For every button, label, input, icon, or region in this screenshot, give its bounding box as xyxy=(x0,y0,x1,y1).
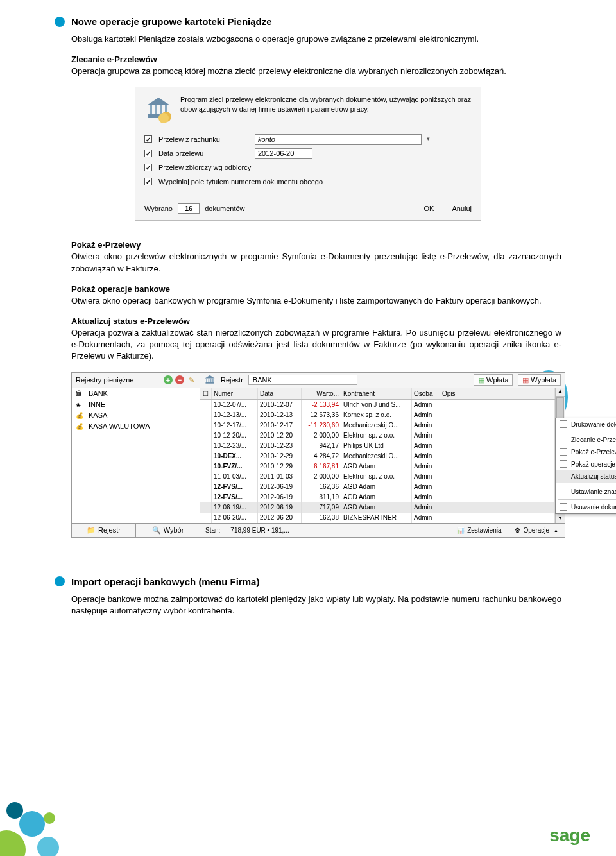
dialog-row-collective: ✓ Przelew zbiorczy wg odbiorcy xyxy=(144,160,472,175)
register-item[interactable]: 💰KASA xyxy=(72,410,200,421)
dialog-description: Program zleci przelewy elektroniczne dla… xyxy=(180,95,472,123)
table-row[interactable]: 10-FVZ/...2010-12-29-6 167,81AGD AdamAdm… xyxy=(200,461,555,472)
section-1-title: Nowe operacje grupowe kartoteki Pieniądz… xyxy=(71,16,272,27)
registers-sidebar: Rejestry pieniężne + − ✎ 🏛BANK◈INNE💰KASA… xyxy=(72,373,200,537)
account-select[interactable]: konto xyxy=(255,134,422,145)
dialog-footer: Wybrano 16 dokumentów OK Anuluj xyxy=(144,198,472,214)
table-row[interactable]: 10-12-07/...2010-12-07-2 133,94Ulrich vo… xyxy=(200,400,555,410)
add-icon[interactable]: + xyxy=(164,375,173,384)
svg-rect-9 xyxy=(206,379,207,382)
svg-rect-11 xyxy=(210,379,212,382)
section-2-header: Import operacji bankowych (menu Firma) xyxy=(55,576,561,587)
register-item[interactable]: ◈INNE xyxy=(72,399,200,410)
table-row[interactable]: 10-12-17/...2010-12-17-11 230,60Mechanic… xyxy=(200,420,555,431)
decorative-circles xyxy=(0,792,96,856)
remove-icon[interactable]: − xyxy=(175,375,184,384)
checkbox-icon[interactable]: ✓ xyxy=(144,164,152,171)
table-header: ☐ Numer Data Warto... Kontrahent Osoba O… xyxy=(200,388,555,400)
col-osoba[interactable]: Osoba xyxy=(412,388,440,399)
cash-registers-window: Rejestry pieniężne + − ✎ 🏛BANK◈INNE💰KASA… xyxy=(71,372,565,538)
col-numer[interactable]: Numer xyxy=(212,388,258,399)
dialog-label-fill-title: Wypełniaj pole tytułem numerem dokumentu… xyxy=(158,178,323,185)
register-tab-button[interactable]: 📁Rejestr xyxy=(72,524,136,537)
dialog-label-collective: Przelew zbiorczy wg odbiorcy xyxy=(158,164,251,171)
e-przelewy-dialog: Program zleci przelewy elektroniczne dla… xyxy=(135,87,481,221)
ctx-zlecanie[interactable]: Zlecanie e-Przelewów... xyxy=(556,434,616,446)
reports-button[interactable]: 📊Zestawienia xyxy=(450,524,508,537)
sub-3-text: Otwiera okno operacji bankowych w progra… xyxy=(71,295,561,307)
sub-1-text: Operacja grupowa za pomocą której można … xyxy=(71,65,561,77)
svg-rect-3 xyxy=(160,105,162,114)
sub-3-title: Pokaż operacje bankowe xyxy=(71,284,561,294)
dialog-label-account: Przelew z rachunku xyxy=(158,135,255,143)
ctx-aktualizuj[interactable]: Aktualizuj status e-Przelewów... xyxy=(556,470,616,483)
registers-title: Rejestry pieniężne xyxy=(76,376,161,384)
section-1-intro: Obsługa kartoteki Pieniądze została wzbo… xyxy=(71,33,561,45)
operations-button[interactable]: ⚙Operacje▲ xyxy=(508,524,565,537)
bullet-icon xyxy=(55,17,65,27)
deposit-button[interactable]: ▦Wpłata xyxy=(474,374,513,386)
checkbox-icon[interactable]: ✓ xyxy=(144,135,152,143)
svg-point-7 xyxy=(158,113,169,123)
table-row[interactable]: 12-FVS/...2012-06-19311,19AGD AdamAdmin xyxy=(200,492,555,502)
register-value[interactable]: BANK xyxy=(248,375,357,385)
col-select[interactable]: ☐ xyxy=(200,388,212,399)
table-row[interactable]: 10-12-23/...2010-12-23942,17Philips UK L… xyxy=(200,441,555,451)
checkbox-icon[interactable]: ✓ xyxy=(144,150,152,157)
register-item[interactable]: 💰KASA WALUTOWA xyxy=(72,421,200,432)
ctx-print-docs[interactable]: Drukowanie dokumentów ... xyxy=(556,418,616,431)
dialog-label-date: Data przelewu xyxy=(158,150,255,157)
ctx-pokaz-operacje[interactable]: Pokaż operacje bankowe... xyxy=(556,458,616,470)
date-input[interactable]: 2012-06-20 xyxy=(255,148,312,159)
register-label: Rejestr xyxy=(221,376,243,384)
svg-rect-1 xyxy=(150,105,152,114)
selected-label: Wybrano xyxy=(144,205,173,212)
balance-label: Stan: xyxy=(200,527,225,534)
withdraw-button[interactable]: ▦Wypłata xyxy=(518,374,561,386)
section-2-text: Operacje bankowe można zaimportować do k… xyxy=(71,594,561,617)
dialog-row-fill-title: ✓ Wypełniaj pole tytułem numerem dokumen… xyxy=(144,175,472,189)
sub-2-text: Otwiera okno przelewów elektronicznych w… xyxy=(71,251,561,274)
table-row[interactable]: 10-DEX...2010-12-294 284,72Mechaniczeski… xyxy=(200,451,555,461)
sub-4-text: Operacja pozwala zaktualizować stan nier… xyxy=(71,327,561,363)
section-1-header: Nowe operacje grupowe kartoteki Pieniądz… xyxy=(55,16,561,27)
ctx-usuwanie[interactable]: Usuwanie dokumentów ... xyxy=(556,501,616,513)
sub-4-title: Aktualizuj status e-Przelewów xyxy=(71,316,561,326)
bank-icon xyxy=(144,95,173,123)
bank-small-icon xyxy=(204,374,216,386)
edit-icon[interactable]: ✎ xyxy=(187,375,196,384)
sub-2-title: Pokaż e-Przelewy xyxy=(71,240,561,250)
table-row[interactable]: 11-01-03/...2011-01-032 000,00Elektron s… xyxy=(200,472,555,482)
sub-1-title: Zlecanie e-Przelewów xyxy=(71,55,561,64)
dialog-row-date: ✓ Data przelewu 2012-06-20 xyxy=(144,146,472,160)
col-warto[interactable]: Warto... xyxy=(302,388,341,399)
svg-rect-2 xyxy=(155,105,157,114)
documents-label: dokumentów xyxy=(205,205,244,212)
selection-tab-button[interactable]: 🔍Wybór xyxy=(136,524,200,537)
section-2-title: Import operacji bankowych (menu Firma) xyxy=(71,576,259,587)
table-row[interactable]: 12-06-19/...2012-06-19717,09AGD AdamAdmi… xyxy=(200,502,555,513)
selected-count: 16 xyxy=(178,203,200,214)
bullet-icon xyxy=(55,576,65,586)
dialog-row-account: ✓ Przelew z rachunku konto xyxy=(144,132,472,146)
table-row[interactable]: 10-12-13/...2010-12-1312 673,36Kornex sp… xyxy=(200,410,555,420)
ctx-ustawianie[interactable]: Ustawianie znacznika ... xyxy=(556,486,616,498)
balance-value: 718,99 EUR • 191,... xyxy=(225,527,294,534)
operations-context-menu: Drukowanie dokumentów ... Zlecanie e-Prz… xyxy=(555,418,616,514)
ok-button[interactable]: OK xyxy=(424,205,434,212)
table-row[interactable]: 10-12-20/...2010-12-202 000,00Elektron s… xyxy=(200,431,555,441)
col-data[interactable]: Data xyxy=(258,388,302,399)
checkbox-icon[interactable]: ✓ xyxy=(144,178,152,185)
register-item[interactable]: 🏛BANK xyxy=(72,388,200,399)
ctx-pokaz-przelewy[interactable]: Pokaż e-Przelewy... xyxy=(556,446,616,458)
svg-rect-10 xyxy=(209,379,210,382)
table-row[interactable]: 12-FVS/...2012-06-19162,36AGD AdamAdmin xyxy=(200,482,555,492)
col-kontrahent[interactable]: Kontrahent xyxy=(341,388,412,399)
cancel-button[interactable]: Anuluj xyxy=(452,205,472,212)
col-opis[interactable]: Opis xyxy=(440,388,555,399)
svg-rect-12 xyxy=(212,379,214,382)
svg-marker-8 xyxy=(205,375,215,379)
sage-logo: sage xyxy=(549,825,590,846)
svg-marker-5 xyxy=(147,98,170,105)
table-row[interactable]: 12-06-20/...2012-06-20162,38BIZNESPARTNE… xyxy=(200,513,555,523)
